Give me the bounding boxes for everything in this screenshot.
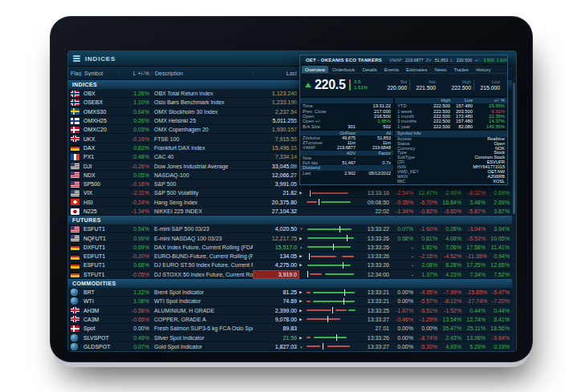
info-value: XOSL <box>431 180 505 184</box>
period-pct-cell: 0.00% <box>392 333 416 342</box>
flag-globe-icon <box>71 289 78 296</box>
tab-estimates[interactable]: Estimates <box>403 66 430 73</box>
change-pct-cell: 0.07% <box>118 342 152 351</box>
period-pct-cell: 0.19% <box>488 342 512 351</box>
stat-value-2: 502 <box>356 124 391 129</box>
period-pct-cell: 25.11% <box>464 324 488 333</box>
table-row[interactable]: GLDSPOT0.07%Gold Spot Indicator1,827.03▲… <box>68 342 512 351</box>
description-cell: Oslo Børs Benchmark Index <box>152 98 253 107</box>
column-header-change[interactable]: L +/-% <box>118 71 152 76</box>
column-header-flag[interactable]: Flag <box>68 71 81 76</box>
header-stat-vwap: 219.6877 <box>405 58 423 63</box>
column-header-description[interactable]: Description <box>152 71 253 76</box>
table-row[interactable]: CA3M-0.65%COPPER, GRADE A9,078.00▶13:33:… <box>68 315 512 324</box>
high-label: High <box>446 79 474 85</box>
flag-denmark-icon <box>71 325 79 332</box>
section-header-futures[interactable]: FUTURES <box>68 216 516 224</box>
flag-japan-icon <box>71 208 79 215</box>
candle-icon <box>349 79 352 91</box>
table-row[interactable]: Spot0.00%Fresh Salmon SUP3-6 kg FCA Oslo… <box>68 324 512 333</box>
symbol-info-header: Symbol Info <box>395 131 507 137</box>
description-cell: S&P 500 <box>152 180 253 188</box>
time-cell: 13:33:27 <box>358 342 392 351</box>
tab-overview[interactable]: Overview <box>302 66 328 73</box>
table-row[interactable]: VIX-2.11%S&P 500 Volatility21.82▶13:33:1… <box>68 188 512 197</box>
low-value: 215.000 <box>474 85 502 91</box>
tab-history[interactable]: History <box>473 66 494 73</box>
symbol-cell: PX1 <box>81 152 118 161</box>
period-pct-cell: 0.00% <box>392 342 416 351</box>
quote-change: 3.5 1.61% <box>354 79 368 90</box>
header-stat-zv: 51,853 <box>435 58 449 63</box>
period-pct-cell: 0.28% <box>440 224 464 233</box>
period-pct-cell: -2.15% <box>416 252 440 261</box>
flag-finland-icon <box>71 118 79 124</box>
table-row[interactable]: EDFUT1-0.20%EURO-BUND-Future, Current Ro… <box>68 252 512 261</box>
menu-icon[interactable] <box>73 55 80 63</box>
change-pct-cell: 0.48% <box>118 152 152 161</box>
period-pct-cell: -8.32% <box>464 188 488 197</box>
flag-cell <box>68 235 81 241</box>
trend-right-icon: ▶ <box>299 288 307 297</box>
period-pct-cell: -5.57% <box>416 297 440 305</box>
section-header-commodities[interactable]: COMMODITIES <box>68 279 516 288</box>
period-pct-cell: 7.52% <box>488 270 512 279</box>
window-title: INDICES <box>85 55 116 63</box>
tab-trades[interactable]: Trades <box>450 66 471 73</box>
dividend-row: Last2.90205/12/2022 <box>300 171 393 176</box>
sparkline <box>307 262 358 269</box>
table-row[interactable]: HSI-0.24%Hang Seng Index20,375.8009:08:5… <box>68 198 512 207</box>
description-cell: OMX Stockholm 30 Index <box>152 107 253 116</box>
scrollbar-thumb[interactable] <box>513 83 515 214</box>
last-cell: 5,011.255 <box>253 116 299 125</box>
tab-orderbook[interactable]: Orderbook <box>329 66 358 73</box>
ranges-header-blank <box>397 98 428 104</box>
table-row[interactable]: ESFUT10.54%E-mini S&P 500 03/234,020.50▼… <box>68 224 512 233</box>
change-pct-cell: -0.58% <box>118 306 152 315</box>
column-header-last[interactable]: Last <box>253 71 299 76</box>
period-pct-cell: 0.58% <box>392 234 416 243</box>
last-cell: 12,217.75 <box>253 234 299 243</box>
flag-cell <box>68 316 81 322</box>
tab-details[interactable]: Details <box>359 66 380 73</box>
tab-news[interactable]: News <box>431 66 449 73</box>
detail-titlebar[interactable]: OET - OKEANIS ECO TANKERS VWAP:219.6877Z… <box>300 55 507 65</box>
period-pct-cell: 0.00% <box>416 324 440 333</box>
flag-sweden-icon <box>71 108 79 115</box>
table-row[interactable]: STFUT1-0.05%DJ STOXX 50 Index Future, Cu… <box>68 270 512 279</box>
table-row[interactable]: ESFUT10.68%DJ EURO ST.50 Index Future, C… <box>68 261 512 269</box>
table-row[interactable]: AH3M-0.58%ALUMINIUM, H GRADE2,399.00▶13:… <box>68 306 512 315</box>
flag-cell <box>68 118 81 124</box>
last-cell: 81.25 <box>253 288 299 297</box>
flag-usa-icon <box>71 235 79 241</box>
period-pct-cell: -1.34% <box>392 207 416 216</box>
sparkline <box>307 244 358 250</box>
flag-cell <box>68 127 81 133</box>
flag-germany-icon <box>71 244 79 250</box>
table-row[interactable]: NQFUT10.99%E-mini NASDAQ 100 03/2312,217… <box>68 233 512 242</box>
period-pct-cell: 17.58% <box>464 243 488 252</box>
period-pct-cell: 16.84% <box>440 198 464 207</box>
time-cell: 13:33:26 <box>358 252 392 261</box>
table-row[interactable]: WTI1.08%WTI Spot Indicator74.69▶13:33:21… <box>68 297 512 305</box>
table-row[interactable]: N225-1.34%NIKKEI 225 INDEX27,104.3222:02… <box>68 207 512 216</box>
sparkline <box>307 307 358 313</box>
description-cell: OMX Copenhagen 20 <box>152 125 253 134</box>
flag-cell <box>68 154 81 160</box>
table-row[interactable]: BRT1.22%Brent Spot Indicator81.25▶13:33:… <box>68 288 512 297</box>
period-pct-cell: 0.69% <box>488 188 512 197</box>
scrollbar[interactable] <box>512 66 516 351</box>
snapshot-row: B/A Size301502 <box>300 124 393 129</box>
range-low: 82.080 <box>450 124 473 129</box>
last-cell: 15,517.0 <box>253 243 299 252</box>
symbol-cell: BRT <box>81 288 118 297</box>
tab-events[interactable]: Events <box>381 66 402 73</box>
period-pct-cell: -5.53% <box>464 234 488 243</box>
table-row[interactable]: DXFUT10.69%DAX Index Future, Current Rol… <box>68 243 512 252</box>
table-row[interactable]: SLVSPOT0.49%Silver Spot Indicator21.59▶1… <box>68 333 512 341</box>
stat-value-1: 301 <box>335 124 356 129</box>
symbol-cell: DXFUT1 <box>81 243 118 252</box>
column-header-symbol[interactable]: Symbol <box>81 71 118 76</box>
change-pct-cell: 0.99% <box>118 234 152 243</box>
bid-value: 220.000 <box>382 85 409 91</box>
